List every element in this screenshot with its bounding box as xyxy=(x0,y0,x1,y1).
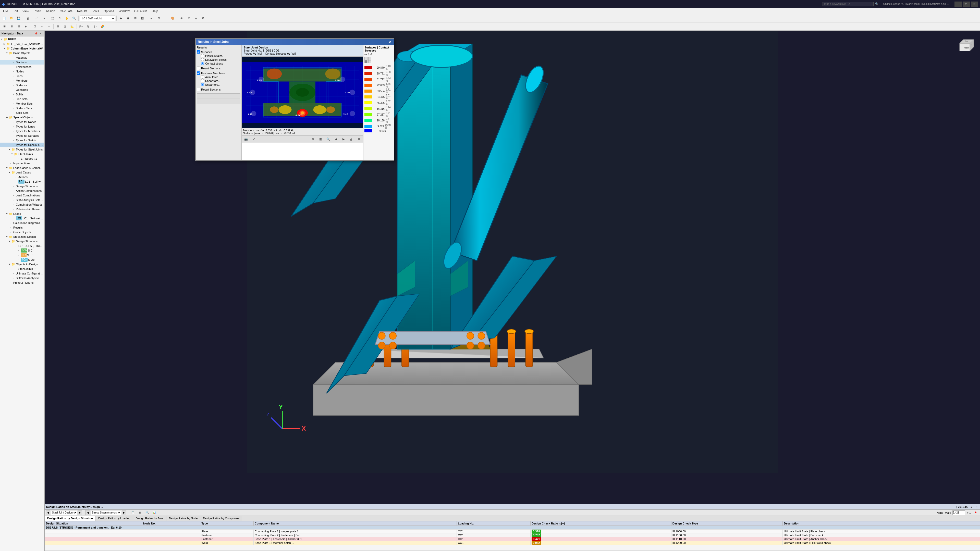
tree-item[interactable]: ·Results xyxy=(0,225,44,230)
view-side-btn[interactable]: ⊟ xyxy=(8,23,15,30)
tree-item[interactable]: ▼📁Loads xyxy=(0,211,44,216)
menu-cadbim[interactable]: CAD-BIM xyxy=(132,8,149,14)
zoom-btn[interactable]: 🔍 xyxy=(71,15,77,22)
table-row[interactable]: PlateConnecting Plate 2 | tongue plate 1… xyxy=(45,530,980,534)
menu-options[interactable]: Options xyxy=(102,8,116,14)
tree-item[interactable]: ·Action Combinations xyxy=(0,189,44,193)
plastic-strains-radio[interactable] xyxy=(201,54,204,57)
filter-btn[interactable]: ⊘ xyxy=(186,15,192,22)
result-sections-checkbox[interactable] xyxy=(197,67,200,70)
tree-item[interactable]: LC1LC1 - Self-weight xyxy=(0,179,44,184)
contact-stress-radio[interactable] xyxy=(201,62,204,65)
section-btn[interactable]: ⊡ xyxy=(155,15,162,22)
menu-results[interactable]: Results xyxy=(75,8,89,14)
dialog-settings-btn1[interactable]: ⚙ xyxy=(310,136,316,143)
fit-btn[interactable]: ⊡ xyxy=(32,23,38,30)
menu-insert[interactable]: Insert xyxy=(32,8,43,14)
tree-item[interactable]: ·Imperfections xyxy=(0,161,44,165)
table-row[interactable]: FastenerConnecting Plate 2 | Fasteners |… xyxy=(45,534,980,537)
tree-item[interactable]: ·SQpS Qp xyxy=(0,257,44,262)
view3d-btn[interactable]: ◉ xyxy=(125,15,131,22)
tree-item[interactable]: ·Load Combinations xyxy=(0,193,44,198)
save-btn[interactable]: 💾 xyxy=(15,15,22,22)
tree-item[interactable]: ·Surfaces xyxy=(0,83,44,87)
grid-btn[interactable]: ⊞ xyxy=(55,23,61,30)
tree-item[interactable]: ·Materials xyxy=(0,56,44,60)
analysis-prev-btn[interactable]: ◀ xyxy=(86,510,90,515)
menu-assign[interactable]: Assign xyxy=(44,8,57,14)
design-tab[interactable]: Design Ratios by Node xyxy=(166,516,200,521)
design-icon-btn4[interactable]: 📊 xyxy=(151,510,158,516)
tree-item[interactable]: ·Members xyxy=(0,78,44,83)
table-prev-btn[interactable]: ◀ xyxy=(46,510,50,515)
tree-item[interactable]: ·1 - Nodes : 1 xyxy=(0,156,44,161)
viewport[interactable]: X Y Z Front Top xyxy=(45,30,980,551)
dialog-camera-btn[interactable]: 📷 xyxy=(243,136,249,143)
measure-btn[interactable]: 📐 xyxy=(69,23,76,30)
color-btn[interactable]: 🎨 xyxy=(169,15,176,22)
dialog-print-btn[interactable]: 🖨 xyxy=(348,136,355,143)
redo-btn[interactable]: ↪ xyxy=(40,15,47,22)
tree-item[interactable]: ·Types for Members xyxy=(0,129,44,133)
flag-btn[interactable]: ⚑ xyxy=(972,510,979,516)
dialog-zoom-btn[interactable]: 🔍 xyxy=(325,136,331,143)
tree-item[interactable]: ▼📁Steel Joint Design xyxy=(0,234,44,239)
tree-item[interactable]: ·Actions xyxy=(0,175,44,179)
table-next-btn[interactable]: ▶ xyxy=(78,510,82,515)
tree-item[interactable]: ·Line Sets xyxy=(0,97,44,101)
tree-item[interactable]: ·Printout Reports xyxy=(0,280,44,285)
tree-item[interactable]: ·Types for Nodes xyxy=(0,120,44,124)
zoomin-btn[interactable]: + xyxy=(38,23,45,30)
tree-item[interactable]: ·Nodes xyxy=(0,69,44,74)
undo-btn[interactable]: ↩ xyxy=(33,15,40,22)
tree-item[interactable]: ▼📁ColumnBase_Notch.rf6* xyxy=(0,46,44,51)
tree-item[interactable]: LC1LC1 - Self-weight xyxy=(0,216,44,221)
tree-item[interactable]: ▼📁Objects to Design xyxy=(0,262,44,267)
tree-item[interactable]: ▼📁Basic Objects xyxy=(0,51,44,56)
table-row[interactable]: FastenerBase Plate 1 | Fasteners | Ancho… xyxy=(45,537,980,541)
zoomout-btn[interactable]: − xyxy=(46,23,52,30)
tree-item[interactable]: ·Types for Lines xyxy=(0,124,44,129)
tree-item[interactable]: ·Static Analysis Settings xyxy=(0,198,44,202)
view-iso-btn[interactable]: ◈ xyxy=(22,23,29,30)
rotate-btn[interactable]: ⟳ xyxy=(56,15,63,22)
menu-edit[interactable]: Edit xyxy=(11,8,20,14)
tree-item[interactable]: ·Lines xyxy=(0,74,44,78)
axial-force-radio[interactable] xyxy=(201,75,204,79)
menu-help[interactable]: Help xyxy=(150,8,160,14)
tree-item[interactable]: ·Sections xyxy=(0,60,44,65)
menu-tools[interactable]: Tools xyxy=(90,8,101,14)
tree-item[interactable]: ▶📁1T_237_EG7_Aquevilts_Holdbau-Modell.rf… xyxy=(0,41,44,46)
design-icon-btn1[interactable]: 📋 xyxy=(130,510,136,516)
annotation-btn[interactable]: A xyxy=(192,15,199,22)
analysis-selector[interactable]: Stress-Strain Analysis xyxy=(91,510,121,515)
tree-item[interactable]: ·SChS Ch xyxy=(0,248,44,253)
dialog-settings-btn2[interactable]: ▦ xyxy=(317,136,324,143)
snap-btn[interactable]: ◎ xyxy=(62,23,68,30)
member-view-btn[interactable]: ≡ xyxy=(148,15,155,22)
tree-item[interactable]: ·Stiffness Analysis Configurations xyxy=(0,276,44,280)
color-map-btn[interactable]: 🌈 xyxy=(99,23,106,30)
results-off-btn[interactable]: R- xyxy=(85,23,92,30)
design-tab[interactable]: Design Ratios by Component xyxy=(200,516,242,521)
tree-item[interactable]: ▼📁Steel Joints xyxy=(0,152,44,156)
surfaces-checkbox[interactable] xyxy=(197,50,200,54)
dialog-close-btn[interactable]: ✕ xyxy=(389,40,392,44)
dialog-close-x-btn[interactable]: ✕ xyxy=(355,136,362,143)
select-btn[interactable]: ⬚ xyxy=(49,15,56,22)
tree-item[interactable]: ·Member Sets xyxy=(0,101,44,106)
close-button[interactable]: ✕ xyxy=(971,2,978,6)
tree-item[interactable]: ▼📁RFEM xyxy=(0,37,44,41)
animate-btn[interactable]: ▷ xyxy=(92,23,99,30)
new-btn[interactable]: 📄 xyxy=(1,15,8,22)
equiv-stress-radio[interactable] xyxy=(201,58,204,61)
open-btn[interactable]: 📂 xyxy=(8,15,15,22)
analysis-next-btn[interactable]: ▶ xyxy=(122,510,126,515)
design-tab[interactable]: Design Ratios by Joint xyxy=(133,516,166,521)
tree-item[interactable]: ·Guide Objects xyxy=(0,230,44,234)
menu-calculate[interactable]: Calculate xyxy=(58,8,75,14)
tree-item[interactable]: ·Steel Joints : 1 xyxy=(0,267,44,271)
shear-force1-radio[interactable] xyxy=(201,79,204,83)
pan-btn[interactable]: ✋ xyxy=(64,15,70,22)
nav-pin-btn[interactable]: 📌 xyxy=(34,32,38,35)
